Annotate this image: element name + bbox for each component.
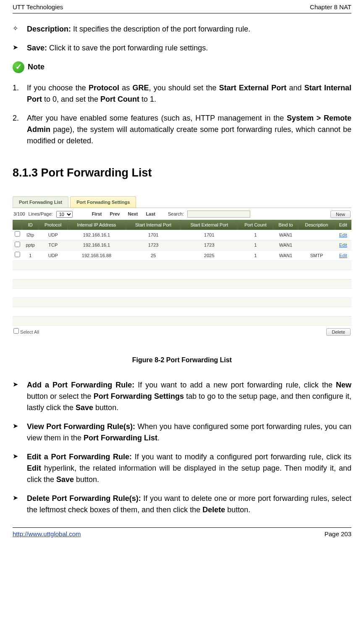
tab-settings[interactable]: Port Forwading Settings bbox=[70, 196, 136, 208]
cell-bind: WAN1 bbox=[273, 240, 298, 250]
table-toolbar: 3/100 Lines/Page: 10 First Prev Next Las… bbox=[13, 208, 351, 220]
cell-port-count: 1 bbox=[238, 240, 273, 250]
prev-link[interactable]: Prev bbox=[110, 211, 120, 216]
cell-desc bbox=[298, 230, 335, 240]
bullet-text: Delete Port Forwarding Rule(s): If you w… bbox=[27, 493, 351, 516]
header-left: UTT Technologies bbox=[13, 3, 63, 12]
select-all-checkbox[interactable] bbox=[13, 328, 19, 334]
col-id: ID bbox=[22, 220, 39, 230]
cell-ip: 192.168.16.88 bbox=[67, 250, 126, 261]
cell-start-internal: 25 bbox=[126, 250, 181, 261]
delete-button[interactable]: Delete bbox=[326, 328, 351, 336]
col-protocol: Protocol bbox=[39, 220, 67, 230]
triangle-bullet-icon: ➤ bbox=[13, 421, 27, 444]
col-bind-to: Bind to bbox=[273, 220, 298, 230]
last-link[interactable]: Last bbox=[146, 211, 155, 216]
edit-link[interactable]: Edit bbox=[339, 253, 347, 258]
cell-ip: 192.168.16.1 bbox=[67, 240, 126, 250]
running-header: UTT Technologies Chapter 8 NAT bbox=[13, 0, 351, 13]
list-number: 2. bbox=[13, 113, 27, 147]
table-row-empty bbox=[13, 261, 351, 270]
bullet-item: ➤View Port Forwarding Rule(s): When you … bbox=[13, 421, 351, 444]
next-link[interactable]: Next bbox=[128, 211, 138, 216]
port-forwarding-table: ID Protocol Internal IP Address Start In… bbox=[13, 220, 351, 326]
footer-page: Page 203 bbox=[325, 529, 351, 539]
table-row-empty bbox=[13, 288, 351, 298]
list-number: 1. bbox=[13, 82, 27, 105]
numbered-item-2: 2. After you have enabled some features … bbox=[13, 113, 351, 147]
cell-id: 1 bbox=[22, 250, 39, 261]
bullet-description: ✧ Description: It specifies the descript… bbox=[13, 24, 351, 35]
row-checkbox[interactable] bbox=[15, 242, 20, 247]
cell-start-external: 1701 bbox=[181, 230, 238, 240]
table-footer: Select All Delete bbox=[13, 326, 351, 338]
pagination-links: First Prev Next Last bbox=[89, 211, 159, 218]
bullet-save: ➤ Save: Click it to save the port forwar… bbox=[13, 42, 351, 54]
row-checkbox[interactable] bbox=[15, 252, 20, 257]
first-link[interactable]: First bbox=[92, 211, 102, 216]
diamond-bullet-icon: ✧ bbox=[13, 24, 27, 35]
col-internal-ip: Internal IP Address bbox=[67, 220, 126, 230]
bullet-label: Edit a Port Forwarding Rule: bbox=[27, 453, 132, 461]
col-start-internal: Start Internal Port bbox=[126, 220, 181, 230]
col-port-count: Port Count bbox=[238, 220, 273, 230]
cell-protocol: UDP bbox=[39, 230, 67, 240]
bullet-item: ➤Add a Port Forwarding Rule: If you want… bbox=[13, 379, 351, 413]
table-body: l2tpUDP192.168.16.1170117011WAN1Editpptp… bbox=[13, 230, 351, 325]
search-label: Search: bbox=[168, 211, 184, 218]
running-footer: http://www.uttglobal.com Page 203 bbox=[13, 527, 351, 539]
bullet-item: ➤Delete Port Forwarding Rule(s): If you … bbox=[13, 493, 351, 516]
edit-link[interactable]: Edit bbox=[339, 242, 347, 248]
list-text: After you have enabled some features (su… bbox=[27, 113, 351, 147]
table-header: ID Protocol Internal IP Address Start In… bbox=[13, 220, 351, 230]
bullet-text: Add a Port Forwarding Rule: If you want … bbox=[27, 379, 351, 413]
cell-start-external: 2025 bbox=[181, 250, 238, 261]
col-edit: Edit bbox=[335, 220, 351, 230]
tab-list[interactable]: Port Forwading List bbox=[13, 196, 68, 208]
header-right: Chapter 8 NAT bbox=[310, 3, 351, 12]
cell-port-count: 1 bbox=[238, 250, 273, 261]
col-start-external: Start External Port bbox=[181, 220, 238, 230]
port-forwarding-list-panel: Port Forwading List Port Forwading Setti… bbox=[13, 196, 351, 338]
new-button[interactable]: New bbox=[330, 211, 351, 218]
edit-link[interactable]: Edit bbox=[339, 232, 347, 237]
triangle-bullet-icon: ➤ bbox=[13, 493, 27, 516]
footer-url: http://www.uttglobal.com bbox=[13, 529, 81, 539]
cell-start-internal: 1701 bbox=[126, 230, 181, 240]
numbered-item-1: 1. If you choose the Protocol as GRE, yo… bbox=[13, 82, 351, 105]
table-row: pptpTCP192.168.16.1172317231WAN1Edit bbox=[13, 240, 351, 250]
cell-start-external: 1723 bbox=[181, 240, 238, 250]
search-input[interactable] bbox=[187, 211, 250, 218]
cell-protocol: TCP bbox=[39, 240, 67, 250]
cell-protocol: UDP bbox=[39, 250, 67, 261]
cell-id: l2tp bbox=[22, 230, 39, 240]
cell-id: pptp bbox=[22, 240, 39, 250]
cell-start-internal: 1723 bbox=[126, 240, 181, 250]
bullet-item: ➤Edit a Port Forwarding Rule: If you wan… bbox=[13, 451, 351, 485]
select-all-label: Select All bbox=[20, 329, 39, 334]
select-all[interactable]: Select All bbox=[13, 328, 39, 336]
cell-bind: WAN1 bbox=[273, 230, 298, 240]
triangle-bullet-icon: ➤ bbox=[13, 379, 27, 413]
row-checkbox[interactable] bbox=[15, 231, 20, 237]
lines-per-page-select[interactable]: 10 bbox=[56, 211, 73, 218]
bullet-label: View Port Forwarding Rule(s): bbox=[27, 422, 135, 431]
bullet-text: Edit a Port Forwarding Rule: If you want… bbox=[27, 451, 351, 485]
note-callout: ✓ Note bbox=[13, 61, 351, 73]
bullet-text: Save: Click it to save the port forwardi… bbox=[27, 42, 351, 54]
table-row-empty bbox=[13, 270, 351, 279]
table-row-empty bbox=[13, 298, 351, 307]
triangle-bullet-icon: ➤ bbox=[13, 451, 27, 485]
cell-port-count: 1 bbox=[238, 230, 273, 240]
bullet-label: Add a Port Forwarding Rule: bbox=[27, 381, 134, 389]
bullet-text: View Port Forwarding Rule(s): When you h… bbox=[27, 421, 351, 444]
cell-bind: WAN1 bbox=[273, 250, 298, 261]
cell-desc: SMTP bbox=[298, 250, 335, 261]
cell-ip: 192.168.16.1 bbox=[67, 230, 126, 240]
bullet-text: Description: It specifies the descriptio… bbox=[27, 24, 351, 35]
bullet-label: Description: bbox=[27, 25, 71, 33]
col-checkbox bbox=[13, 220, 22, 230]
triangle-bullet-icon: ➤ bbox=[13, 42, 27, 54]
bullet-label: Save: bbox=[27, 44, 47, 52]
list-text: If you choose the Protocol as GRE, you s… bbox=[27, 82, 351, 105]
